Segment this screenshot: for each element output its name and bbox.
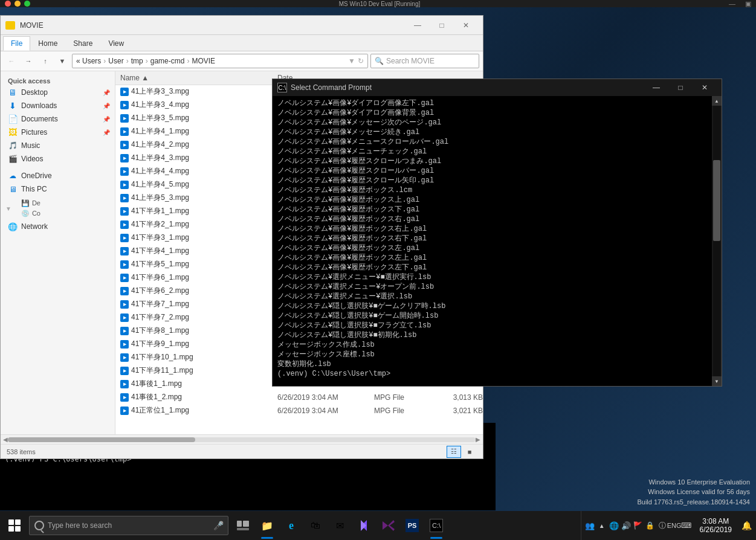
sys-info: Windows 10 Enterprise Evaluation Windows…: [637, 477, 750, 507]
clock-time: 3:08 AM: [702, 517, 729, 526]
file-type: MPG File: [374, 407, 435, 415]
notification-btn[interactable]: 🔔: [737, 511, 756, 540]
taskbar-app-terminal[interactable]: C:\: [424, 511, 448, 540]
network-icon: 🌐: [8, 222, 18, 231]
taskbar-app-powershell[interactable]: PS: [400, 511, 424, 540]
nav-up-btn[interactable]: ↑: [38, 54, 53, 68]
sidebar-item-downloads[interactable]: ⬇ Downloads 📌: [1, 99, 115, 112]
ribbon-tab-home[interactable]: Home: [30, 36, 65, 51]
cmd-line: ノベルシステム¥隠し選択肢¥■ゲームクリア時.lsb: [277, 301, 717, 311]
address-path[interactable]: « Users › User › tmp › game-cmd › MOVIE …: [72, 54, 368, 68]
traffic-yellow[interactable]: [15, 1, 21, 7]
cmd-close-btn[interactable]: ✕: [693, 79, 717, 96]
details-view-btn[interactable]: ☷: [447, 446, 461, 458]
sidebar-item-onedrive[interactable]: ☁ OneDrive: [1, 169, 115, 182]
sidebar-item-videos[interactable]: 🎬 Videos: [1, 152, 115, 166]
tray-expand-icon[interactable]: ▲: [596, 511, 608, 540]
cmd-scroll-down[interactable]: ▼: [712, 376, 722, 386]
cmd-scroll-thumb[interactable]: [713, 160, 720, 241]
taskbar-app-vs2[interactable]: [376, 511, 400, 540]
large-icons-view-btn[interactable]: ■: [462, 446, 477, 458]
ribbon-tab-view[interactable]: View: [100, 36, 132, 51]
sidebar-item-documents[interactable]: 📄 Documents 📌: [1, 112, 115, 126]
col-name[interactable]: Name ▲: [120, 74, 277, 82]
mpg-icon: ▶: [120, 353, 129, 362]
hscroll-thumb[interactable]: [8, 437, 195, 442]
cmd-minimize-btn[interactable]: ―: [644, 79, 668, 96]
thispc-drive-c[interactable]: 💾 De: [14, 198, 112, 208]
sidebar-item-thispc[interactable]: 🖥 This PC: [1, 182, 115, 196]
ribbon-tab-share[interactable]: Share: [65, 36, 100, 51]
table-row[interactable]: ▶41正常位1_1.mpg 6/26/2019 3:04 AM MPG File…: [115, 404, 483, 417]
sidebar-item-network[interactable]: 🌐 Network: [1, 220, 115, 233]
cmd-line: ノベルシステム¥画像¥メニューチェック.gal: [277, 147, 717, 156]
mpg-icon: ▶: [120, 300, 129, 309]
fe-horizontal-scrollbar[interactable]: ◀ ▶: [1, 434, 483, 444]
download-icon: ⬇: [8, 101, 18, 111]
vm-minimize[interactable]: ―: [729, 0, 735, 8]
cmd-line: ノベルシステム¥画像¥履歴ボックス.lcm: [277, 185, 717, 195]
video-icon: 🎬: [8, 154, 18, 164]
fe-maximize-btn[interactable]: □: [430, 16, 454, 35]
taskbar-app-edge[interactable]: e: [279, 511, 303, 540]
taskbar-app-vs[interactable]: [352, 511, 376, 540]
file-name: ▶41下半身6_2.mpg: [120, 286, 277, 296]
table-row[interactable]: ▶41事後1_2.mpg 6/26/2019 3:04 AM MPG File …: [115, 391, 483, 404]
mic-icon[interactable]: 🎤: [213, 521, 223, 530]
cmd-line: メッセージボックス座標.lsb: [277, 350, 717, 359]
cmd-scroll-up[interactable]: ▲: [712, 96, 722, 106]
tray-info-icon[interactable]: ⓘ: [656, 511, 668, 540]
mpg-icon: ▶: [120, 287, 129, 295]
search-box[interactable]: 🔍 Search MOVIE: [370, 54, 479, 68]
taskbar-search[interactable]: Type here to search 🎤: [29, 516, 228, 535]
thispc-expand-icon: ▼: [5, 205, 11, 212]
tray-keyboard-icon[interactable]: ⌨: [680, 511, 693, 540]
sidebar-item-desktop[interactable]: 🖥 Desktop 📌: [1, 86, 115, 99]
thispc-drive-co[interactable]: 💿 Co: [14, 208, 112, 219]
nav-forward-btn[interactable]: →: [21, 54, 36, 68]
tray-flag-icon[interactable]: 🚩: [632, 511, 644, 540]
mac-titlebar: MS Win10 Dev Eval [Running] ― ▣: [0, 0, 756, 7]
taskbar-app-store[interactable]: 🛍: [303, 511, 328, 540]
sidebar-item-music[interactable]: 🎵 Music: [1, 139, 115, 152]
taskbar-app-explorer[interactable]: 📁: [255, 511, 279, 540]
search-placeholder: Search MOVIE: [386, 57, 435, 65]
hscroll-left-arrow[interactable]: ◀: [3, 436, 8, 443]
taskbar-clock[interactable]: 3:08 AM 6/26/2019: [695, 511, 737, 540]
tray-volume-icon[interactable]: 🔊: [620, 511, 632, 540]
file-type: MPG File: [374, 393, 435, 402]
path-dropdown[interactable]: ▼: [348, 57, 355, 65]
fe-close-btn[interactable]: ✕: [454, 16, 478, 35]
hscroll-right-arrow[interactable]: ▶: [476, 436, 480, 443]
taskbar-app-taskview[interactable]: [231, 511, 255, 540]
ribbon-tab-file[interactable]: File: [3, 36, 30, 51]
tray-network-icon[interactable]: 🌐: [608, 511, 620, 540]
file-name: ▶41下半身11_1.mpg: [120, 365, 277, 376]
fe-addressbar: ← → ↑ ▼ « Users › User › tmp › game-cmd …: [1, 51, 483, 71]
start-button[interactable]: [0, 511, 29, 540]
cmd-line: ノベルシステム¥選択メニュー¥■選択実行.lsb: [277, 272, 717, 282]
terminal-icon: C:\: [430, 519, 443, 532]
sidebar-item-downloads-label: Downloads: [21, 101, 57, 110]
fe-minimize-btn[interactable]: ―: [405, 16, 430, 35]
tray-lang-icon[interactable]: ENG: [668, 511, 680, 540]
pin-icon-pictures: 📌: [103, 129, 110, 136]
nav-recent-btn[interactable]: ▼: [55, 54, 69, 68]
cmd-line: ノベルシステム¥隠し選択肢¥■初期化.lsb: [277, 330, 717, 340]
tray-people-icon[interactable]: 👥: [584, 511, 596, 540]
sidebar-item-pictures[interactable]: 🖼 Pictures 📌: [1, 126, 115, 139]
cmd-maximize-btn[interactable]: □: [668, 79, 693, 96]
mpg-icon: ▶: [120, 380, 129, 388]
traffic-red[interactable]: [5, 1, 11, 7]
nav-back-btn[interactable]: ←: [4, 54, 19, 68]
cmd-scrollbar[interactable]: ▲ ▼: [712, 96, 722, 386]
pin-icon-documents: 📌: [103, 116, 110, 123]
traffic-green[interactable]: [24, 1, 30, 7]
taskbar-app-mail[interactable]: ✉: [328, 511, 352, 540]
path-refresh[interactable]: ↻: [358, 57, 364, 65]
pin-icon-downloads: 📌: [103, 103, 110, 109]
vm-restore[interactable]: ▣: [745, 0, 751, 8]
taskbar-search-text: Type here to search: [48, 521, 112, 530]
cmd-content[interactable]: ノベルシステム¥画像¥ダイアログ画像左下.gal ノベルシステム¥画像¥ダイアロ…: [273, 96, 722, 386]
tray-security-icon[interactable]: 🔒: [644, 511, 656, 540]
